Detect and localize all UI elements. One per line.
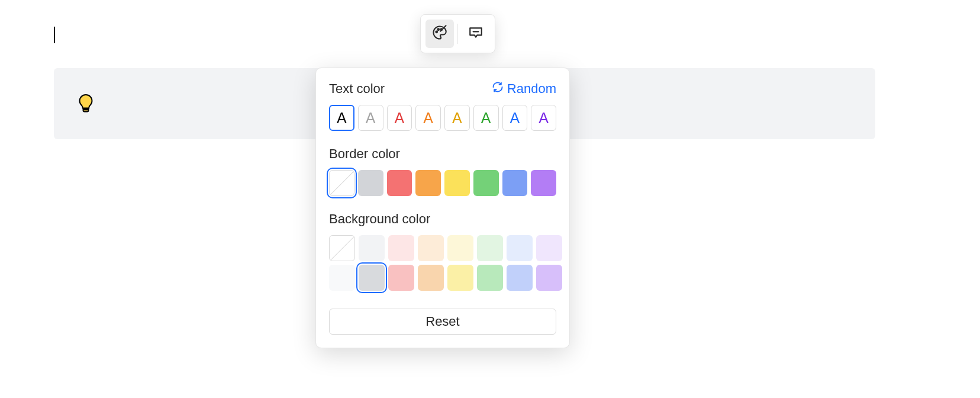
background-color-swatch[interactable] bbox=[507, 235, 533, 261]
border-color-row bbox=[329, 170, 556, 196]
text-cursor bbox=[54, 27, 55, 43]
reset-button[interactable]: Reset bbox=[329, 309, 556, 335]
comment-button[interactable] bbox=[462, 20, 490, 48]
text-color-swatch[interactable]: A bbox=[415, 105, 441, 131]
background-color-swatch[interactable] bbox=[477, 265, 503, 291]
background-color-swatch[interactable] bbox=[447, 235, 473, 261]
floating-toolbar bbox=[420, 14, 495, 53]
background-color-swatch[interactable] bbox=[447, 265, 473, 291]
border-color-swatch[interactable] bbox=[387, 170, 412, 196]
background-color-swatch[interactable] bbox=[388, 235, 414, 261]
background-color-swatch[interactable] bbox=[477, 235, 503, 261]
background-color-swatch[interactable] bbox=[388, 265, 414, 291]
text-color-swatch[interactable]: A bbox=[387, 105, 412, 131]
palette-button[interactable] bbox=[425, 20, 454, 48]
border-color-swatch[interactable] bbox=[531, 170, 556, 196]
border-color-swatch[interactable] bbox=[415, 170, 441, 196]
border-color-swatch[interactable] bbox=[358, 170, 383, 196]
random-button[interactable]: Random bbox=[492, 81, 556, 97]
background-color-swatch[interactable] bbox=[418, 235, 444, 261]
refresh-icon bbox=[492, 81, 504, 97]
background-color-label: Background color bbox=[329, 211, 556, 227]
svg-point-1 bbox=[437, 28, 439, 30]
random-label: Random bbox=[507, 81, 556, 97]
border-color-label: Border color bbox=[329, 146, 556, 162]
text-color-swatch[interactable]: A bbox=[473, 105, 499, 131]
background-color-swatch[interactable] bbox=[359, 235, 385, 261]
background-color-swatch[interactable] bbox=[329, 235, 355, 261]
background-color-swatch[interactable] bbox=[329, 265, 355, 291]
color-picker-panel: Text color Random AAAAAAAA Border color … bbox=[315, 68, 570, 348]
text-color-swatch[interactable]: A bbox=[358, 105, 383, 131]
background-color-swatch[interactable] bbox=[507, 265, 533, 291]
lightbulb-icon[interactable] bbox=[75, 93, 96, 114]
toolbar-divider bbox=[457, 24, 458, 44]
background-color-swatch[interactable] bbox=[536, 235, 562, 261]
reset-label: Reset bbox=[425, 314, 459, 329]
border-color-swatch[interactable] bbox=[444, 170, 470, 196]
text-color-swatch[interactable]: A bbox=[502, 105, 528, 131]
text-color-row: AAAAAAAA bbox=[329, 105, 556, 131]
border-color-swatch[interactable] bbox=[502, 170, 528, 196]
text-color-swatch[interactable]: A bbox=[444, 105, 470, 131]
background-color-swatch[interactable] bbox=[418, 265, 444, 291]
svg-point-0 bbox=[436, 31, 437, 33]
text-color-label: Text color bbox=[329, 81, 385, 97]
text-color-swatch[interactable]: A bbox=[531, 105, 556, 131]
palette-icon bbox=[431, 24, 448, 43]
text-color-swatch[interactable]: A bbox=[329, 105, 354, 131]
background-color-swatch[interactable] bbox=[359, 265, 385, 291]
background-color-swatch[interactable] bbox=[536, 265, 562, 291]
background-color-grid bbox=[329, 235, 556, 291]
border-color-swatch[interactable] bbox=[329, 170, 354, 196]
comment-icon bbox=[468, 25, 483, 43]
border-color-swatch[interactable] bbox=[473, 170, 499, 196]
